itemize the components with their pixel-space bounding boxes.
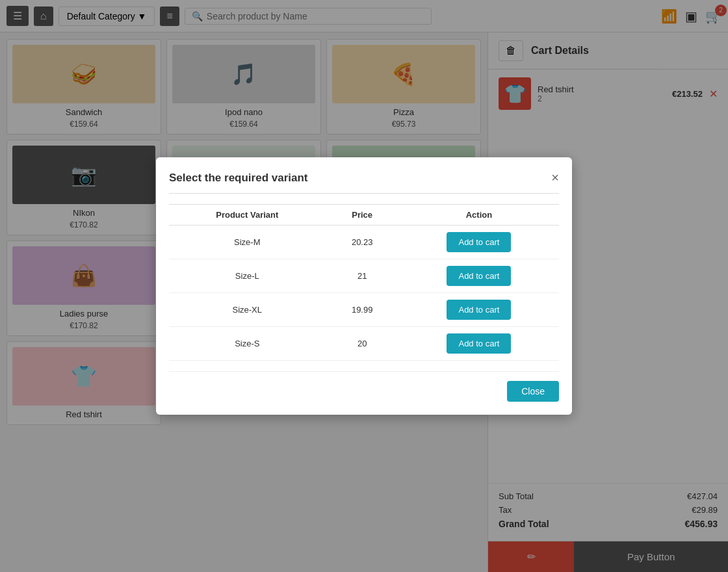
variant-price: 20: [326, 327, 399, 361]
add-to-cart-button[interactable]: Add to cart: [447, 333, 511, 354]
variant-price: 21: [326, 259, 399, 293]
variant-modal: Select the required variant × Product Va…: [156, 157, 572, 415]
variant-row: Size-XL 19.99 Add to cart: [169, 293, 559, 327]
variant-row: Size-M 20.23 Add to cart: [169, 226, 559, 259]
modal-close-button[interactable]: ×: [551, 170, 559, 185]
add-to-cart-button[interactable]: Add to cart: [447, 300, 511, 320]
variant-name: Size-S: [169, 327, 326, 361]
variant-table: Product Variant Price Action Size-M 20.2…: [169, 204, 559, 361]
variant-row: Size-S 20 Add to cart: [169, 327, 559, 361]
variant-action-cell: Add to cart: [399, 226, 559, 259]
variant-name: Size-M: [169, 226, 326, 259]
add-to-cart-button[interactable]: Add to cart: [447, 266, 511, 286]
modal-title: Select the required variant: [169, 172, 308, 185]
modal-footer: Close: [169, 371, 559, 402]
modal-header: Select the required variant ×: [169, 170, 559, 194]
variant-price: 19.99: [326, 293, 399, 327]
add-to-cart-button[interactable]: Add to cart: [447, 232, 511, 252]
variant-name: Size-L: [169, 259, 326, 293]
col-header-price: Price: [326, 205, 399, 226]
modal-close-footer-button[interactable]: Close: [507, 381, 559, 402]
variant-action-cell: Add to cart: [399, 293, 559, 327]
variant-name: Size-XL: [169, 293, 326, 327]
variant-row: Size-L 21 Add to cart: [169, 259, 559, 293]
modal-overlay: Select the required variant × Product Va…: [0, 0, 728, 572]
col-header-action: Action: [399, 205, 559, 226]
variant-price: 20.23: [326, 226, 399, 259]
variant-action-cell: Add to cart: [399, 327, 559, 361]
variant-action-cell: Add to cart: [399, 259, 559, 293]
col-header-variant: Product Variant: [169, 205, 326, 226]
